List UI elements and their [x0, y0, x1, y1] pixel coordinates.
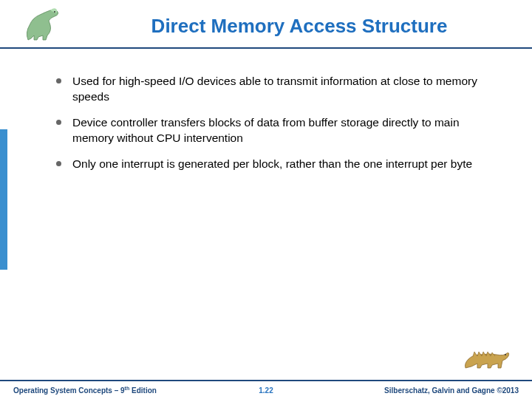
footer-left-suffix: Edition — [129, 386, 157, 395]
bullet-item: Used for high-speed I/O devices able to … — [52, 74, 480, 105]
bullet-list: Used for high-speed I/O devices able to … — [52, 74, 480, 172]
side-accent-bar — [0, 129, 7, 270]
footer-authors: Silberschatz, Galvin and Gagne ©2013 — [384, 386, 519, 395]
bullet-item: Device controller transfers blocks of da… — [52, 115, 480, 146]
svg-point-1 — [505, 354, 506, 355]
slide-header: Direct Memory Access Structure — [0, 0, 532, 49]
svg-point-0 — [54, 11, 55, 13]
footer-book-title: Operating System Concepts – 9th Edition — [13, 386, 157, 395]
slide-footer: Operating System Concepts – 9th Edition … — [0, 380, 532, 399]
slide-content: Used for high-speed I/O devices able to … — [52, 74, 480, 183]
dinosaur-icon — [21, 3, 65, 43]
slide-title: Direct Memory Access Structure — [81, 15, 517, 38]
dinosaur-icon — [463, 338, 513, 372]
footer-left-prefix: Operating System Concepts – 9 — [13, 386, 125, 395]
footer-page-number: 1.22 — [259, 386, 273, 395]
bullet-item: Only one interrupt is generated per bloc… — [52, 157, 480, 172]
